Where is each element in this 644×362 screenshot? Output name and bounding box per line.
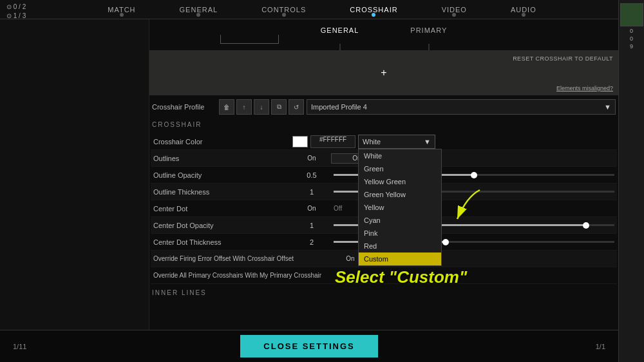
profile-row: Crosshair Profile 🗑 ↑ ↓ ⧉ ↺ Imported Pro… [151, 99, 617, 115]
color-dropdown-button[interactable]: White ▼ [358, 135, 435, 149]
label-center-dot-thickness: Center Dot Thickness [151, 238, 292, 246]
sub-tabs: GENERAL PRIMARY [149, 19, 618, 35]
bottom-right-val: 1/1 [596, 343, 605, 350]
option-green[interactable]: Green [359, 162, 441, 175]
elements-misaligned-link[interactable]: Elements misaligned? [556, 85, 613, 91]
color-swatch[interactable] [292, 136, 308, 148]
left-sidebar [0, 19, 149, 362]
option-red[interactable]: Red [359, 240, 441, 252]
label-center-dot-opacity: Center Dot Opacity [151, 222, 292, 229]
profile-dropdown[interactable]: Imported Profile 4 ▼ [307, 99, 616, 115]
nav-audio[interactable]: AUDIO [508, 6, 539, 14]
label-outlines: Outlines [151, 155, 292, 162]
crosshair-section-title: CROSSHAIR [151, 120, 617, 129]
reset-crosshair-button[interactable]: RESET CROSSHAIR TO DEFAULT [513, 55, 613, 62]
stat-line1: ⊙ 0 / 2 [6, 3, 26, 12]
option-cyan[interactable]: Cyan [359, 214, 441, 227]
top-left-info: ⊙ 0 / 2 ⊙ 1 / 3 [6, 3, 26, 21]
profile-import-button[interactable]: ↓ [254, 99, 269, 115]
nav-items: MATCH GENERAL CONTROLS CROSSHAIR VIDEO A… [105, 6, 538, 14]
row-crosshair-color: Crosshair Color #FFFFFF White ▼ White Gr… [151, 133, 617, 150]
option-pink[interactable]: Pink [359, 227, 441, 240]
label-override-primary: Override All Primary Crosshairs With My … [151, 272, 331, 279]
profile-reset-button[interactable]: ↺ [289, 99, 304, 115]
bottom-bar: 1/11 1/1 CLOSE SETTINGS [0, 330, 618, 362]
color-dropdown-menu: White Green Yellow Green Green Yellow Ye… [358, 149, 442, 266]
inner-lines-section: INNER LINES [151, 288, 617, 298]
value-center-dot-thickness: 2 [292, 238, 331, 246]
label-crosshair-color: Crosshair Color [151, 138, 292, 146]
top-nav: ⊙ 0 / 2 ⊙ 1 / 3 MATCH GENERAL CONTROLS C… [0, 0, 644, 19]
label-center-dot: Center Dot [151, 205, 292, 213]
profile-copy-button[interactable]: ⧉ [271, 99, 287, 115]
player-sidebar: 0 0 9 [618, 0, 644, 362]
stat-line2: ⊙ 1 / 3 [6, 12, 26, 21]
nav-general[interactable]: GENERAL [177, 6, 221, 14]
nav-video[interactable]: VIDEO [439, 6, 469, 14]
preview-area: + RESET CROSSHAIR TO DEFAULT Elements mi… [149, 50, 618, 95]
nav-crosshair[interactable]: CROSSHAIR [347, 6, 400, 14]
option-white[interactable]: White [359, 149, 441, 162]
option-green-yellow[interactable]: Green Yellow [359, 188, 441, 201]
profile-label: Crosshair Profile [152, 103, 216, 111]
bottom-left-val: 1/11 [13, 343, 26, 350]
crosshair-preview: + [381, 67, 386, 79]
profile-delete-button[interactable]: 🗑 [219, 99, 234, 115]
nav-match[interactable]: MATCH [105, 6, 138, 14]
label-outline-thickness: Outline Thickness [151, 188, 292, 196]
avatar [620, 3, 643, 26]
inner-lines-title: INNER LINES [151, 288, 617, 298]
label-override-firing: Override Firing Error Offset With Crossh… [151, 255, 331, 262]
option-yellow[interactable]: Yellow [359, 201, 441, 214]
value-center-dot-left: On [292, 205, 331, 212]
profile-icons: 🗑 ↑ ↓ ⧉ ↺ [219, 99, 304, 115]
value-outline-opacity: 0.5 [292, 171, 331, 179]
color-dropdown-container: White ▼ White Green Yellow Green Green Y… [358, 135, 435, 149]
center-dot-right-val: Off [334, 205, 342, 212]
bottom-side-values: 1/11 1/1 [0, 343, 618, 350]
value-outline-thickness: 1 [292, 188, 331, 196]
row-override-primary: Override All Primary Crosshairs With My … [151, 267, 617, 284]
option-yellow-green[interactable]: Yellow Green [359, 175, 441, 188]
value-center-dot-opacity: 1 [292, 222, 331, 229]
control-crosshair-color: #FFFFFF White ▼ White Green Yellow Green… [292, 135, 617, 149]
option-custom[interactable]: Custom [359, 252, 441, 265]
profile-export-button[interactable]: ↑ [236, 99, 252, 115]
hex-input[interactable]: #FFFFFF [310, 135, 355, 148]
nav-controls[interactable]: CONTROLS [259, 6, 308, 14]
label-outline-opacity: Outline Opacity [151, 171, 292, 179]
value-outlines: On [292, 155, 331, 162]
